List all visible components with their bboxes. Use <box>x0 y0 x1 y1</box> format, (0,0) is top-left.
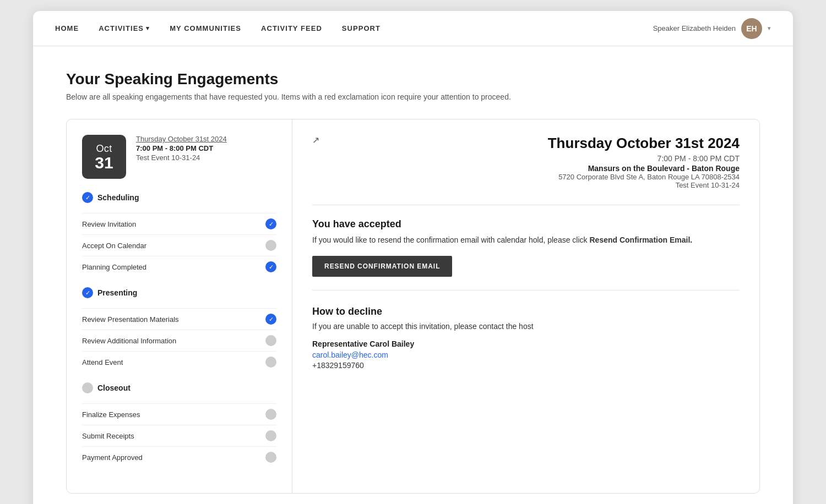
event-detail-title: Thursday October 31st 2024 <box>312 135 740 152</box>
nav-support[interactable]: SUPPORT <box>342 24 381 32</box>
event-name-label: Test Event 10-31-24 <box>136 154 227 162</box>
decline-title: How to decline <box>312 306 740 317</box>
list-item: Submit Receipts <box>82 425 276 446</box>
date-badge-month: Oct <box>96 143 112 155</box>
page-subtitle: Below are all speaking engagements that … <box>66 92 760 101</box>
check-payment-approved <box>265 452 276 463</box>
list-item: Planning Completed ✓ <box>82 256 276 277</box>
closeout-title: Closeout <box>97 384 131 392</box>
list-item: Finalize Expenses <box>82 403 276 425</box>
presenting-title: Presenting <box>97 288 137 297</box>
event-detail-address: 5720 Corporate Blvd Ste A, Baton Rouge L… <box>312 173 740 181</box>
presenting-header: ✓ Presenting <box>82 287 276 303</box>
right-panel: ↗ Thursday October 31st 2024 7:00 PM - 8… <box>292 119 759 493</box>
closeout-section: Closeout Finalize Expenses Submit Receip… <box>82 382 276 468</box>
nav-home[interactable]: HOME <box>55 24 79 32</box>
nav-links: HOME ACTIVITIES MY COMMUNITIES ACTIVITY … <box>55 24 653 32</box>
event-header: Oct 31 Thursday October 31st 2024 7:00 P… <box>82 135 276 179</box>
nav-activities[interactable]: ACTIVITIES <box>99 24 150 32</box>
event-detail-name: Test Event 10-31-24 <box>312 181 740 189</box>
contact-phone: +18329159760 <box>312 361 364 370</box>
app-container: HOME ACTIVITIES MY COMMUNITIES ACTIVITY … <box>33 11 793 504</box>
check-accept-calendar <box>265 240 276 251</box>
avatar: EH <box>741 18 762 39</box>
accept-section: You have accepted If you would like to r… <box>312 218 740 277</box>
check-review-invitation: ✓ <box>265 218 276 229</box>
nav-user: Speaker Elizabeth Heiden EH ▾ <box>653 18 771 39</box>
divider-2 <box>312 290 740 291</box>
left-panel: Oct 31 Thursday October 31st 2024 7:00 P… <box>67 119 292 493</box>
external-link-icon[interactable]: ↗ <box>312 135 319 145</box>
closeout-check-icon <box>82 382 93 393</box>
scheduling-title: Scheduling <box>97 193 139 202</box>
contact-name: Representative Carol Bailey <box>312 339 740 348</box>
accept-text: If you would like to resend the confirma… <box>312 234 740 246</box>
page-title: Your Speaking Engagements <box>66 70 760 88</box>
nav-activity-feed[interactable]: ACTIVITY FEED <box>261 24 322 32</box>
scheduling-check-icon: ✓ <box>82 192 93 203</box>
check-submit-receipts <box>265 430 276 441</box>
decline-section: How to decline If you are unable to acce… <box>312 306 740 370</box>
list-item: Review Presentation Materials ✓ <box>82 308 276 330</box>
decline-text: If you are unable to accept this invitat… <box>312 322 740 331</box>
accept-title: You have accepted <box>312 218 740 230</box>
list-item: Review Additional Information <box>82 330 276 351</box>
check-finalize-expenses <box>265 409 276 420</box>
event-meta: Thursday October 31st 2024 7:00 PM - 8:0… <box>136 135 227 162</box>
scheduling-header: ✓ Scheduling <box>82 192 276 207</box>
navbar: HOME ACTIVITIES MY COMMUNITIES ACTIVITY … <box>33 11 793 46</box>
closeout-header: Closeout <box>82 382 276 398</box>
divider <box>312 205 740 205</box>
list-item: Payment Approved <box>82 446 276 468</box>
list-item: Attend Event <box>82 351 276 372</box>
scheduling-section: ✓ Scheduling Review Invitation ✓ Accept … <box>82 192 276 277</box>
nav-my-communities[interactable]: MY COMMUNITIES <box>170 24 241 32</box>
check-review-materials: ✓ <box>265 314 276 325</box>
event-time-label: 7:00 PM - 8:00 PM CDT <box>136 144 227 152</box>
resend-confirmation-button[interactable]: RESEND CONFIRMATION EMAIL <box>312 256 452 277</box>
check-planning-completed: ✓ <box>265 261 276 272</box>
presenting-section: ✓ Presenting Review Presentation Materia… <box>82 287 276 372</box>
contact-email[interactable]: carol.bailey@hec.com <box>312 350 740 359</box>
list-item: Review Invitation ✓ <box>82 213 276 234</box>
presenting-check-icon: ✓ <box>82 287 93 298</box>
check-attend-event <box>265 357 276 368</box>
date-badge: Oct 31 <box>82 135 126 179</box>
event-date-link[interactable]: Thursday October 31st 2024 <box>136 135 227 143</box>
event-detail-time: 7:00 PM - 8:00 PM CDT <box>312 154 740 163</box>
user-dropdown-arrow[interactable]: ▾ <box>768 25 771 32</box>
check-review-additional <box>265 335 276 346</box>
main-content: Your Speaking Engagements Below are all … <box>33 46 793 504</box>
user-name-label: Speaker Elizabeth Heiden <box>653 24 736 32</box>
list-item: Accept On Calendar <box>82 234 276 256</box>
event-detail-venue: Mansurs on the Boulevard - Baton Rouge <box>312 164 740 173</box>
date-badge-day: 31 <box>95 155 113 171</box>
event-card: Oct 31 Thursday October 31st 2024 7:00 P… <box>66 119 760 494</box>
